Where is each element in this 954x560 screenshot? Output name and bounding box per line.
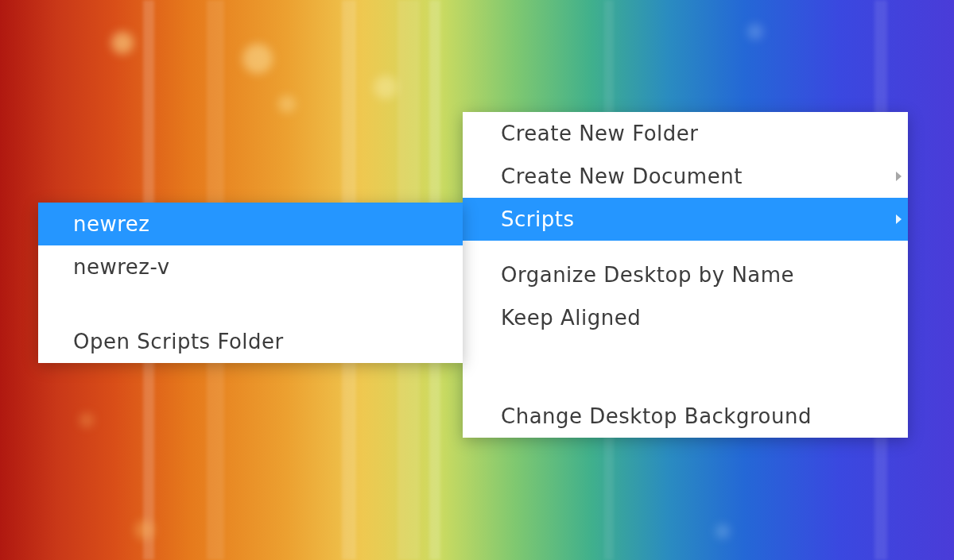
menu-item-label: Open Scripts Folder — [73, 330, 284, 353]
submenu-item-newrez[interactable]: newrez — [38, 203, 463, 245]
menu-item-change-desktop-background[interactable]: Change Desktop Background — [463, 395, 908, 438]
menu-item-label: Change Desktop Background — [501, 404, 812, 428]
menu-item-label: Create New Folder — [501, 122, 698, 145]
menu-item-create-new-document[interactable]: Create New Document — [463, 155, 908, 198]
menu-item-label: Keep Aligned — [501, 306, 641, 330]
submenu-item-open-scripts-folder[interactable]: Open Scripts Folder — [38, 320, 463, 363]
desktop-context-menu: Create New Folder Create New Document Sc… — [463, 112, 908, 438]
submenu-item-newrez-v[interactable]: newrez-v — [38, 245, 463, 288]
menu-separator — [38, 307, 463, 320]
menu-item-scripts[interactable]: Scripts — [463, 198, 908, 241]
menu-item-label: newrez-v — [73, 255, 170, 279]
submenu-item-blank[interactable] — [38, 288, 463, 307]
scripts-submenu: newrez newrez-v Open Scripts Folder — [38, 203, 463, 363]
menu-item-create-new-folder[interactable]: Create New Folder — [463, 112, 908, 155]
menu-item-label: newrez — [73, 212, 150, 236]
menu-item-label: Create New Document — [501, 164, 743, 188]
menu-item-keep-aligned[interactable]: Keep Aligned — [463, 296, 908, 339]
menu-item-label: Organize Desktop by Name — [501, 263, 794, 287]
menu-item-label: Scripts — [501, 207, 574, 231]
menu-separator — [463, 339, 908, 395]
menu-item-organize-desktop-by-name[interactable]: Organize Desktop by Name — [463, 253, 908, 296]
menu-separator — [463, 241, 908, 253]
